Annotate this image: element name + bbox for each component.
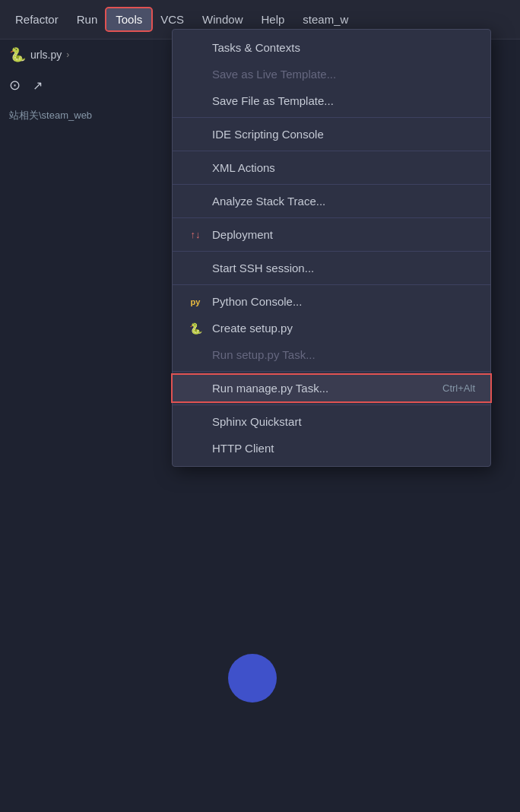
menu-item-deployment[interactable]: ↑↓ Deployment — [173, 221, 490, 248]
start-ssh-label: Start SSH session... — [212, 262, 475, 274]
separator-2 — [173, 151, 490, 151]
python-console-label: Python Console... — [212, 295, 475, 308]
sphinx-quickstart-label: Sphinx Quickstart — [212, 415, 475, 428]
menu-help[interactable]: Help — [252, 8, 293, 30]
menu-item-xml-actions[interactable]: XML Actions — [173, 154, 490, 181]
separator-4 — [173, 217, 490, 218]
toolbar: ⊙ ↗ — [0, 70, 167, 100]
xml-actions-label: XML Actions — [212, 161, 475, 174]
menu-item-analyze-stack-trace[interactable]: Analyze Stack Trace... — [173, 188, 490, 214]
deployment-label: Deployment — [212, 228, 475, 241]
save-live-template-label: Save as Live Template... — [212, 68, 475, 81]
tools-dropdown-menu: Tasks & Contexts Save as Live Template..… — [172, 29, 491, 467]
breadcrumb: 🐍 urls.py › — [0, 40, 167, 70]
separator-5 — [173, 251, 490, 252]
python-file-icon: 🐍 — [9, 46, 26, 63]
target-icon[interactable]: ⊙ — [9, 77, 21, 94]
analyze-stack-trace-label: Analyze Stack Trace... — [212, 195, 475, 208]
menu-item-run-setup-task: Run setup.py Task... — [173, 341, 490, 368]
menu-refactor[interactable]: Refactor — [6, 8, 68, 30]
run-manage-shortcut: Ctrl+Alt — [442, 382, 475, 394]
breadcrumb-chevron-icon: › — [66, 49, 69, 60]
save-file-template-label: Save File as Template... — [212, 94, 475, 107]
menu-item-create-setup[interactable]: 🐍 Create setup.py — [173, 315, 490, 341]
create-setup-icon: 🐍 — [188, 322, 203, 335]
menu-run[interactable]: Run — [68, 8, 107, 30]
http-client-label: HTTP Client — [212, 442, 475, 455]
menu-item-ide-scripting-console[interactable]: IDE Scripting Console — [173, 121, 490, 147]
menu-vcs[interactable]: VCS — [151, 8, 193, 30]
menu-item-save-live-template: Save as Live Template... — [173, 61, 490, 87]
menu-tools[interactable]: Tools — [106, 8, 151, 30]
menu-item-save-file-template[interactable]: Save File as Template... — [173, 87, 490, 114]
separator-8 — [173, 404, 490, 405]
deployment-icon: ↑↓ — [188, 229, 203, 240]
menu-project[interactable]: steam_w — [293, 8, 357, 30]
path-text: 站相关\steam_web — [9, 109, 92, 122]
tasks-contexts-label: Tasks & Contexts — [212, 41, 475, 54]
separator-6 — [173, 284, 490, 285]
separator-3 — [173, 184, 490, 185]
file-path: 站相关\steam_web — [0, 100, 167, 131]
menu-item-python-console[interactable]: py Python Console... — [173, 288, 490, 315]
menu-item-http-client[interactable]: HTTP Client — [173, 435, 490, 462]
breadcrumb-filename[interactable]: urls.py — [30, 49, 62, 61]
python-console-icon: py — [188, 297, 203, 306]
separator-7 — [173, 371, 490, 372]
ide-scripting-console-label: IDE Scripting Console — [212, 128, 475, 141]
menu-item-tasks-contexts[interactable]: Tasks & Contexts — [173, 34, 490, 61]
cursor-indicator — [228, 654, 277, 703]
run-manage-task-label: Run manage.py Task... — [212, 382, 418, 395]
menu-item-start-ssh[interactable]: Start SSH session... — [173, 255, 490, 281]
separator-1 — [173, 117, 490, 118]
menu-item-sphinx-quickstart[interactable]: Sphinx Quickstart — [173, 408, 490, 435]
menu-item-run-manage-task[interactable]: Run manage.py Task... Ctrl+Alt — [173, 375, 490, 401]
run-setup-task-label: Run setup.py Task... — [212, 348, 475, 361]
expand-icon[interactable]: ↗ — [33, 78, 43, 93]
menu-window[interactable]: Window — [193, 8, 252, 30]
create-setup-label: Create setup.py — [212, 322, 475, 335]
